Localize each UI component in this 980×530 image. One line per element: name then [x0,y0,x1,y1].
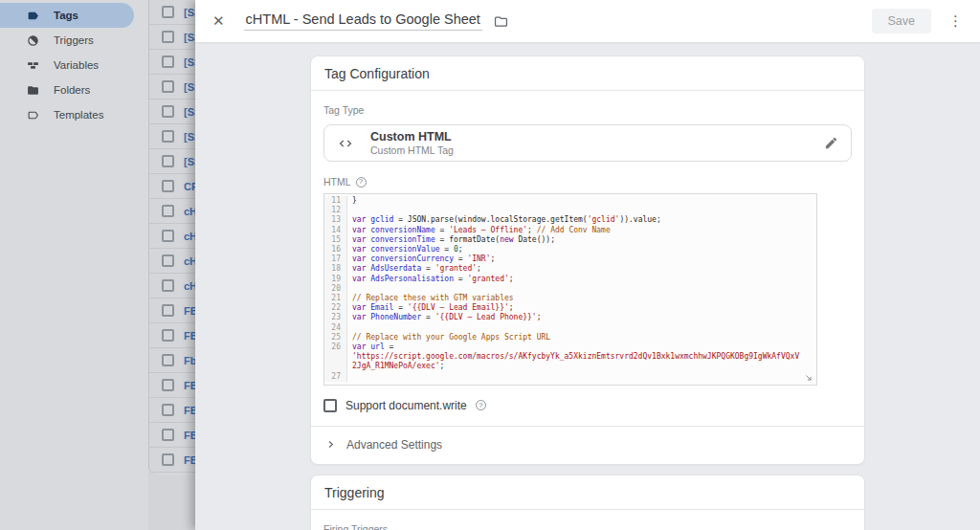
code-line: 11} [324,196,816,206]
code-line: 22var Email = '{{DLV – Lead Email}}'; [324,303,816,313]
row-checkbox[interactable] [162,6,174,18]
code-line: 23var PhoneNumber = '{{DLV – Lead Phone}… [324,313,816,322]
tag-icon [27,9,40,22]
row-checkbox[interactable] [162,55,174,68]
line-number: 27 [324,372,347,382]
code-text [347,206,816,215]
code-line: 20 [324,284,816,294]
tag-type-name: Custom HTML [370,130,824,144]
sidebar-item-folders[interactable]: Folders [0,77,144,102]
code-text [347,372,816,382]
sidebar-item-label: Folders [54,84,90,96]
advanced-settings-row[interactable]: Advanced Settings [311,427,864,464]
save-button[interactable]: Save [872,9,932,33]
row-checkbox[interactable] [162,354,174,366]
tag-configuration-card: Tag Configuration Tag Type Custom HTML C… [310,55,865,465]
line-number: 21 [324,294,347,303]
more-vertical-icon[interactable]: ⋮ [948,12,963,30]
help-icon[interactable]: ? [356,177,367,188]
tag-type-row[interactable]: Custom HTML Custom HTML Tag [323,124,852,162]
variables-icon [27,58,40,72]
code-lines-container: 11}1213var gclid = JSON.parse(window.loc… [324,196,816,382]
row-checkbox[interactable] [162,279,174,292]
code-line: 18var AdsUserdata = 'granted'; [324,264,816,274]
tag-editor-panel: ✕ cHTML - Send Leads to Google Sheet Sav… [195,0,980,530]
code-line: 17var conversionCurrency = 'INR'; [324,254,816,264]
code-line: 14var conversionName = 'Leads – Offline'… [324,226,816,235]
code-text: var conversionTime = formatDate(new Date… [347,235,816,245]
row-checkbox[interactable] [162,404,174,416]
advanced-settings-label: Advanced Settings [346,438,442,452]
sidebar-item-variables[interactable]: Variables [0,53,144,77]
support-document-write-checkbox[interactable] [323,399,337,412]
code-line: 12 [324,206,816,215]
row-checkbox[interactable] [162,429,174,441]
support-document-write-row: Support document.write ? [323,399,852,412]
line-number: 20 [324,284,347,294]
panel-body: Tag Configuration Tag Type Custom HTML C… [195,42,980,530]
support-document-write-label: Support document.write [345,399,467,412]
row-checkbox[interactable] [162,180,174,192]
line-number: 15 [324,235,347,245]
row-checkbox[interactable] [162,205,174,217]
line-number: 18 [324,264,347,274]
folder-icon[interactable] [494,14,508,29]
code-line: 19var AdsPersonalisation = 'granted'; [324,275,816,284]
line-number: 12 [324,206,347,215]
row-checkbox[interactable] [162,105,174,118]
line-number: 14 [324,226,347,235]
code-line: 21// Replace these with GTM variables [324,294,816,303]
row-checkbox[interactable] [162,379,174,391]
close-icon[interactable]: ✕ [212,12,225,30]
resize-handle-icon[interactable] [804,373,813,383]
firing-triggers-label: Firing Triggers [323,523,852,530]
row-checkbox[interactable] [162,453,174,466]
code-text: // Replace these with GTM variables [347,294,816,303]
code-text: var conversionCurrency = 'INR'; [347,254,816,264]
tag-type-texts: Custom HTML Custom HTML Tag [370,130,824,156]
triggering-card: Triggering Firing Triggers CE - cf7submi… [310,475,865,530]
code-line: 15var conversionTime = formatDate(new Da… [324,235,816,245]
tag-type-desc: Custom HTML Tag [370,144,824,156]
line-number: 19 [324,275,347,284]
sidebar-item-label: Tags [54,10,78,21]
row-checkbox[interactable] [162,329,174,342]
row-checkbox[interactable] [162,130,174,143]
sidebar-item-triggers[interactable]: Triggers [0,28,144,53]
template-icon [27,108,40,121]
tag-configuration-title: Tag Configuration [311,56,864,90]
code-line: 13var gclid = JSON.parse(window.localSto… [324,215,816,225]
divider [311,509,864,510]
sidebar-item-templates[interactable]: Templates [0,102,144,127]
code-line: 25// Replace with your Google Apps Scrip… [324,333,816,342]
row-checkbox[interactable] [162,155,174,167]
html-label: HTML [323,176,351,188]
line-number: 25 [324,333,347,342]
trigger-icon [27,33,40,47]
row-checkbox[interactable] [162,230,174,242]
code-text: var url = 'https://script.google.com/mac… [347,342,816,372]
row-checkbox[interactable] [162,304,174,317]
code-text: var gclid = JSON.parse(window.localStora… [347,215,816,225]
line-number: 17 [324,254,347,264]
row-checkbox[interactable] [162,31,174,43]
html-code-editor[interactable]: 11}1213var gclid = JSON.parse(window.loc… [323,193,817,386]
row-checkbox[interactable] [162,254,174,267]
folder-icon [27,83,40,97]
line-number: 23 [324,313,347,322]
tag-name-field[interactable]: cHTML - Send Leads to Google Sheet [244,11,482,31]
sidebar-nav: TagsTriggersVariablesFoldersTemplates [0,0,148,127]
code-text: var conversionName = 'Leads – Offline'; … [347,226,816,235]
code-text [347,323,816,333]
line-number: 13 [324,215,347,225]
sidebar-item-tags[interactable]: Tags [0,3,134,28]
edit-pencil-icon[interactable] [824,136,838,150]
help-icon[interactable]: ? [476,400,486,410]
line-number: 16 [324,245,347,254]
code-text: var Email = '{{DLV – Lead Email}}'; [347,303,816,313]
row-checkbox[interactable] [162,80,174,93]
tag-configuration-section: Tag Type Custom HTML Custom HTML Tag HTM… [311,104,864,412]
sidebar-item-label: Triggers [54,34,94,46]
code-text: } [347,196,816,206]
triggering-section: Firing Triggers CE - cf7submission Custo… [311,523,864,530]
